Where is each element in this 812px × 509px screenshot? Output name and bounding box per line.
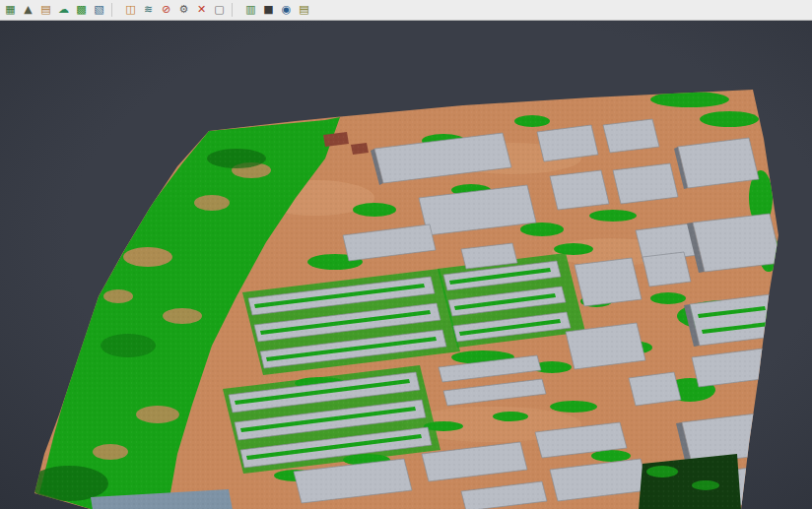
vegetation-icon[interactable]: ▩ [73,1,90,19]
no-entry-icon[interactable]: ⊘ [158,1,174,19]
settings-icon[interactable]: ⚙ [175,1,192,19]
viewport-3d[interactable] [0,21,812,509]
palette-icon[interactable]: ◫ [122,1,139,19]
application-window: ▦ ▲ ▤ ☁ ▩ ▧ ◫ ≋ ⊘ ⚙ ✕ ▢ ▥ ■ ◉ ▤ [0,0,812,509]
point-cloud-icon[interactable]: ☁ [55,1,72,19]
toolbar: ▦ ▲ ▤ ☁ ▩ ▧ ◫ ≋ ⊘ ⚙ ✕ ▢ ▥ ■ ◉ ▤ [0,0,812,21]
solid-view-icon[interactable]: ■ [260,1,277,19]
grid-icon[interactable]: ▦ [2,1,19,19]
noise-overlay [0,21,812,509]
orthophoto-icon[interactable]: ▤ [37,1,54,19]
delete-icon[interactable]: ✕ [193,1,210,19]
measure-icon[interactable]: ≋ [140,1,157,19]
histogram-icon[interactable]: ▤ [296,1,312,19]
toolbar-separator [232,3,239,17]
scene-render [0,21,812,509]
terrain-icon[interactable]: ▲ [20,1,36,19]
mesh-icon[interactable]: ▧ [91,1,107,19]
select-area-icon[interactable]: ▢ [211,1,228,19]
globe-icon[interactable]: ◉ [278,1,295,19]
raster-icon[interactable]: ▥ [242,1,259,19]
toolbar-separator [111,3,119,17]
